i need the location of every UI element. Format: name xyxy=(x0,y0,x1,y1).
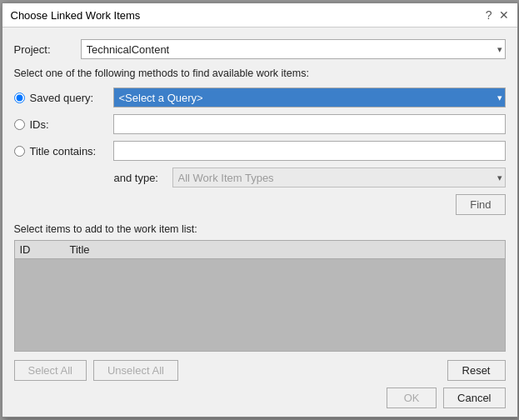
column-header-id: ID xyxy=(20,243,70,256)
title-bar: Choose Linked Work Items ? ✕ xyxy=(2,3,517,28)
title-contains-row: Title contains: xyxy=(14,141,506,161)
and-type-select-wrapper: All Work Item Types ▾ xyxy=(172,168,506,188)
column-header-title: Title xyxy=(70,243,500,256)
bottom-left-buttons: Select All Unselect All xyxy=(14,360,178,381)
saved-query-select[interactable]: <Select a Query> xyxy=(113,88,506,108)
help-icon[interactable]: ? xyxy=(486,8,492,22)
ids-row: IDs: xyxy=(14,114,506,134)
cancel-button[interactable]: Cancel xyxy=(443,388,505,408)
and-type-select[interactable]: All Work Item Types xyxy=(172,168,506,188)
bottom-right-buttons: Reset xyxy=(447,360,506,381)
find-button[interactable]: Find xyxy=(456,194,505,215)
work-items-list: ID Title xyxy=(14,240,506,352)
close-icon[interactable]: ✕ xyxy=(499,8,509,22)
saved-query-row: Saved query: <Select a Query> ▾ xyxy=(14,88,506,108)
list-section-label: Select items to add to the work item lis… xyxy=(14,223,506,235)
title-contains-label: Title contains: xyxy=(30,145,113,158)
saved-query-select-wrapper: <Select a Query> ▾ xyxy=(113,88,506,108)
unselect-all-button[interactable]: Unselect All xyxy=(93,360,178,381)
dialog: Choose Linked Work Items ? ✕ Project: Te… xyxy=(2,2,518,418)
saved-query-label: Saved query: xyxy=(30,92,113,104)
project-label: Project: xyxy=(14,43,81,56)
find-row: Find xyxy=(14,194,506,215)
title-bar-controls: ? ✕ xyxy=(486,8,509,22)
title-contains-radio[interactable] xyxy=(14,146,25,157)
title-contains-input[interactable] xyxy=(113,141,506,161)
and-type-row: and type: All Work Item Types ▾ xyxy=(14,168,506,188)
and-type-label: and type: xyxy=(114,172,172,184)
ok-button[interactable]: OK xyxy=(387,388,437,408)
project-row: Project: TechnicalContent ▾ xyxy=(14,39,506,59)
ids-input-wrapper xyxy=(113,114,506,134)
ok-cancel-row: OK Cancel xyxy=(14,388,506,408)
reset-button[interactable]: Reset xyxy=(447,360,506,381)
project-select-wrapper: TechnicalContent ▾ xyxy=(81,39,506,59)
instruction-text: Select one of the following methods to f… xyxy=(14,68,506,79)
saved-query-radio[interactable] xyxy=(14,92,25,103)
dialog-content: Project: TechnicalContent ▾ Select one o… xyxy=(2,28,517,417)
ids-input[interactable] xyxy=(113,114,506,134)
dialog-title: Choose Linked Work Items xyxy=(11,9,141,22)
ids-radio[interactable] xyxy=(14,119,25,130)
list-body[interactable] xyxy=(15,259,505,351)
ids-label: IDs: xyxy=(30,118,113,131)
list-header: ID Title xyxy=(15,241,505,259)
select-all-button[interactable]: Select All xyxy=(14,360,87,381)
project-select[interactable]: TechnicalContent xyxy=(81,39,506,59)
bottom-buttons-row: Select All Unselect All Reset xyxy=(14,360,506,381)
title-contains-input-wrapper xyxy=(113,141,506,161)
